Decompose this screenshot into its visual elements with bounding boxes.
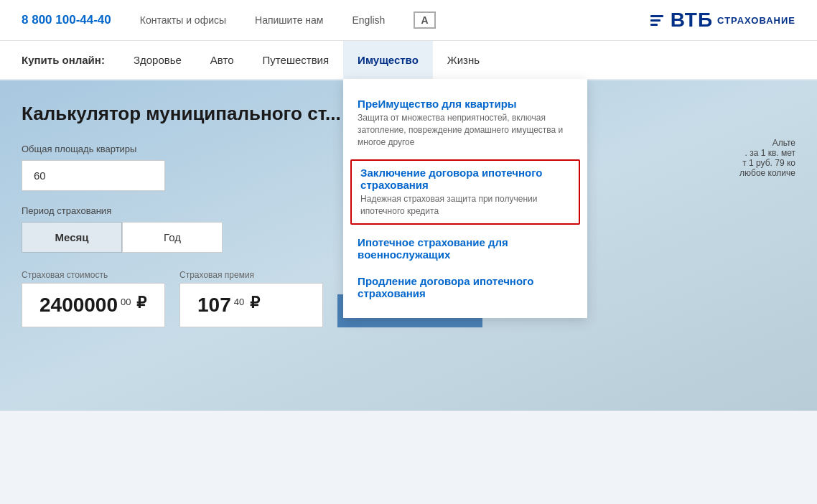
language-english: English (352, 14, 385, 26)
premium-label: Страховая премия (179, 270, 323, 280)
dropdown-item-military[interactable]: Ипотечное страхование для военнослужащих (343, 229, 587, 268)
write-us-link[interactable]: Напишите нам (255, 14, 323, 26)
contacts-link[interactable]: Контакты и офисы (140, 14, 226, 26)
phone-link[interactable]: 8 800 100-44-40 (22, 13, 111, 27)
dropdown-title-apartment[interactable]: ПреИмущество для квартиры (358, 98, 573, 110)
dropdown-desc-apartment: Защита от множества неприятностей, включ… (358, 112, 573, 148)
premium-sup: 40 (234, 297, 244, 307)
accessibility-button[interactable]: А (414, 11, 435, 29)
logo-insurance-text: СТРАХОВАНИЕ (717, 15, 795, 26)
period-buttons: Месяц Год (22, 222, 223, 253)
nav-item-life[interactable]: Жизнь (433, 41, 494, 79)
dropdown-item-renewal[interactable]: Продление договора ипотечного страховани… (343, 268, 587, 307)
premium-value-block: Страховая премия 10740 ₽ (179, 270, 323, 327)
nav-item-health[interactable]: Здоровье (119, 41, 196, 79)
property-dropdown-menu: ПреИмущество для квартиры Защита от множ… (343, 79, 587, 318)
top-bar: 8 800 100-44-40 Контакты и офисы Напишит… (0, 0, 817, 41)
dropdown-title-mortgage[interactable]: Заключение договора ипотечного страхован… (360, 167, 570, 191)
premium-value-display: 10740 ₽ (179, 283, 323, 327)
insurance-main-value: 2400000 (39, 294, 118, 317)
insurance-sup: 00 (121, 297, 131, 307)
period-year-button[interactable]: Год (122, 222, 223, 253)
insurance-amount: 240000000 ₽ (39, 294, 147, 317)
insurance-value-display: 240000000 ₽ (22, 283, 165, 327)
logo-lines-icon (650, 15, 663, 26)
nav-bar: Купить онлайн: Здоровье Авто Путешествия… (0, 41, 817, 80)
nav-item-property-wrapper: Имущество ПреИмущество для квартиры Защи… (343, 41, 433, 79)
nav-item-property[interactable]: Имущество (343, 41, 433, 79)
premium-main-value: 107 (197, 294, 231, 317)
dropdown-item-mortgage[interactable]: Заключение договора ипотечного страхован… (350, 159, 580, 225)
premium-amount: 10740 ₽ (197, 294, 305, 317)
logo-vtb-text: ВТБ (671, 9, 713, 32)
dropdown-desc-mortgage: Надежная страховая защита при получении … (360, 193, 570, 218)
insurance-value-block: Страховая стоимость 240000000 ₽ (22, 270, 165, 327)
logo: ВТБ СТРАХОВАНИЕ (650, 9, 795, 32)
dropdown-title-renewal[interactable]: Продление договора ипотечного страховани… (358, 275, 573, 299)
side-note-alte: Альте (739, 138, 795, 148)
side-note4: любое количе (739, 168, 795, 178)
side-note1: . за 1 кв. мет (739, 148, 795, 158)
premium-currency: ₽ (250, 294, 260, 312)
nav-item-travel[interactable]: Путешествия (248, 41, 344, 79)
side-note2: т 1 руб. 79 ко (739, 158, 795, 168)
period-month-button[interactable]: Месяц (22, 222, 122, 253)
side-info: Альте . за 1 кв. мет т 1 руб. 79 ко любо… (739, 138, 795, 178)
insurance-value-label: Страховая стоимость (22, 270, 165, 280)
insurance-currency: ₽ (136, 294, 146, 312)
area-input[interactable] (22, 160, 165, 191)
buy-label: Купить онлайн: (22, 41, 105, 79)
nav-item-auto[interactable]: Авто (196, 41, 248, 79)
dropdown-title-military[interactable]: Ипотечное страхование для военнослужащих (358, 236, 573, 261)
dropdown-item-apartment[interactable]: ПреИмущество для квартиры Защита от множ… (343, 90, 587, 155)
